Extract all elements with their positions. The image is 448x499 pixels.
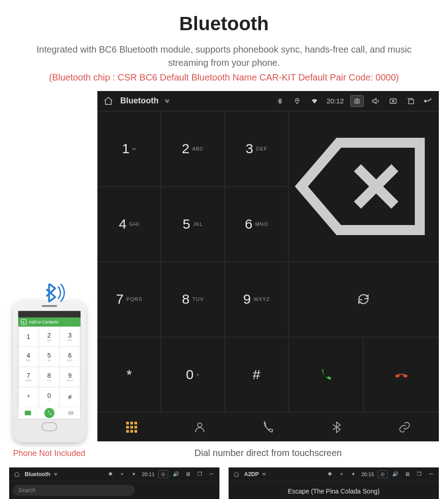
svg-point-2 [356, 100, 358, 102]
volume-icon[interactable] [370, 96, 381, 107]
phone-add-contacts: + Add to Contacts [18, 317, 80, 327]
close-app-icon[interactable]: ⊠ [184, 470, 192, 478]
page-title: Bluetooth [0, 13, 448, 35]
dialer-key-0[interactable]: 0+ [161, 337, 224, 413]
call-button[interactable] [288, 337, 364, 413]
bluetooth-status-icon [274, 96, 285, 107]
music-status-bar: A2DP Ψ ✱ ⌖ ▾ 20:15 ◎ 🔊 ⊠ ❐ ⤺ [229, 467, 439, 481]
link-icon [398, 421, 411, 434]
contacts-search-input[interactable]: Search [13, 485, 135, 496]
location-icon [292, 96, 303, 107]
location-icon: ⌖ [118, 470, 126, 478]
close-app-icon[interactable]: ⊠ [403, 470, 411, 478]
usb-icon: Ψ [262, 472, 266, 477]
dialer-key-2[interactable]: 2ABC [161, 111, 224, 187]
volume-icon[interactable]: 🔊 [391, 470, 400, 478]
song-title: Escape (The Pina Colada Song) [288, 488, 380, 495]
status-title: Bluetooth [25, 471, 50, 478]
wifi-icon [309, 96, 320, 107]
dialer-key-7[interactable]: 7PQRS [97, 262, 161, 337]
dialer-status-bar: Bluetooth Ψ 20:12 [97, 91, 439, 111]
svg-rect-4 [409, 99, 414, 103]
dialer-key-3[interactable]: 3DEF [225, 111, 288, 187]
phone-mockup: + Add to Contacts 12ABC3DEF4GHI5JKL6MNO7… [13, 300, 86, 442]
phone-column: + Add to Contacts 12ABC3DEF4GHI5JKL6MNO7… [9, 300, 89, 458]
home-icon[interactable] [13, 470, 21, 478]
tab-bluetooth[interactable] [302, 413, 370, 441]
phone-caption: Phone Not Included [13, 449, 85, 458]
location-icon: ⌖ [337, 470, 346, 478]
wifi-icon: ▾ [130, 470, 138, 478]
status-title: A2DP [244, 471, 259, 478]
dialer-key-4[interactable]: 4GHI [97, 187, 161, 262]
backspace-icon [289, 112, 438, 261]
person-icon [193, 421, 206, 434]
usb-icon: Ψ [165, 98, 169, 104]
dialer-key-5[interactable]: 5JKL [161, 187, 224, 262]
dialer-tabs [97, 412, 439, 441]
dialer-key-1[interactable]: 1∞ [97, 111, 161, 187]
recent-apps-icon[interactable]: ❐ [196, 470, 204, 478]
status-time: 20:11 [142, 472, 155, 477]
phone-call-icon [319, 368, 333, 381]
usb-icon: Ψ [54, 472, 58, 477]
home-icon[interactable] [232, 470, 240, 478]
close-app-icon[interactable] [388, 96, 399, 107]
hangup-button[interactable] [363, 337, 439, 413]
dialer-key-6[interactable]: 6MNO [225, 187, 288, 262]
backspace-button[interactable] [288, 111, 439, 262]
bluetooth-status-icon: ✱ [106, 470, 114, 478]
wifi-icon: ▾ [349, 470, 357, 478]
page-subtitle: Integrated with BC6 Bluetooth module, su… [18, 43, 430, 70]
music-panel: A2DP Ψ ✱ ⌖ ▾ 20:15 ◎ 🔊 ⊠ ❐ ⤺ Escape (The… [229, 467, 439, 499]
bluetooth-status-icon: ✱ [325, 470, 334, 478]
home-icon[interactable] [103, 96, 114, 107]
dialer-key-#[interactable]: # [225, 337, 288, 413]
back-icon[interactable] [422, 96, 433, 107]
recent-apps-icon[interactable] [405, 96, 416, 107]
status-title: Bluetooth [120, 96, 159, 106]
phone-icon [261, 421, 274, 434]
status-time: 20:15 [361, 472, 374, 477]
status-time: 20:12 [326, 97, 344, 105]
back-icon[interactable]: ⤺ [427, 470, 435, 478]
tab-pair[interactable] [371, 413, 439, 441]
svg-point-0 [297, 100, 298, 101]
dialer-key-*[interactable]: * [97, 337, 161, 413]
screenshot-icon[interactable]: ◎ [158, 470, 168, 478]
dialer-key-8[interactable]: 8TUV [161, 262, 224, 337]
phone-hangup-icon [394, 367, 409, 382]
svg-point-5 [197, 423, 202, 427]
tab-contacts[interactable] [165, 413, 234, 441]
head-unit-dialer: Bluetooth Ψ 20:12 [97, 91, 439, 441]
screenshot-icon[interactable]: ◎ [378, 470, 388, 478]
bluetooth-signal-icon [40, 279, 67, 306]
dialer-caption: Dial number direct from touchscreen [97, 448, 439, 458]
refresh-icon [357, 292, 370, 306]
contacts-status-bar: Bluetooth Ψ ✱ ⌖ ▾ 20:11 ◎ 🔊 ⊠ ❐ ⤺ [9, 467, 219, 481]
volume-icon[interactable]: 🔊 [172, 470, 180, 478]
recent-apps-icon[interactable]: ❐ [415, 470, 423, 478]
tab-recent[interactable] [234, 413, 302, 441]
redial-button[interactable] [288, 262, 439, 337]
tab-keypad[interactable] [97, 413, 165, 441]
contacts-panel: Bluetooth Ψ ✱ ⌖ ▾ 20:11 ◎ 🔊 ⊠ ❐ ⤺ Search… [9, 467, 219, 499]
dialer-key-9[interactable]: 9WXYZ [225, 262, 288, 337]
keypad-icon [126, 422, 137, 433]
bluetooth-specs: (Bluetooth chip : CSR BC6 Default Blueto… [9, 72, 439, 83]
screenshot-icon[interactable] [350, 95, 364, 107]
back-icon[interactable]: ⤺ [208, 470, 216, 478]
svg-rect-1 [355, 99, 360, 103]
bluetooth-icon [330, 421, 343, 434]
